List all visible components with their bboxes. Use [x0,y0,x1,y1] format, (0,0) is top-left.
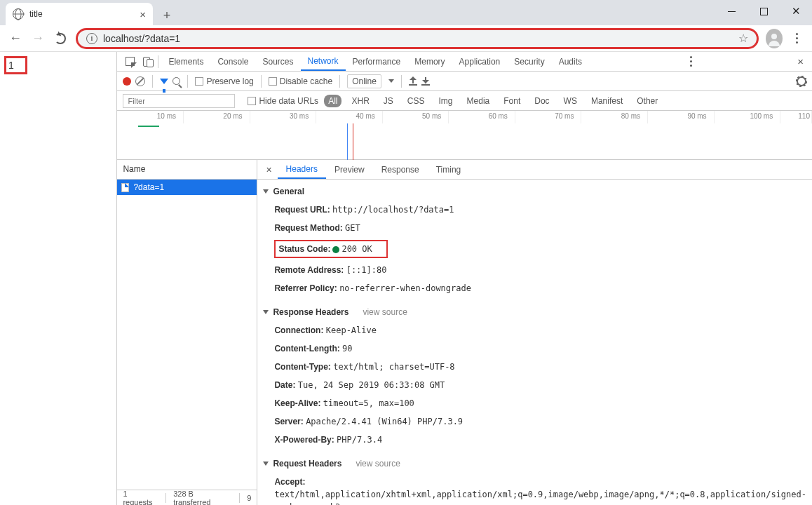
tab-application[interactable]: Application [452,52,508,71]
tab-sources[interactable]: Sources [255,52,300,71]
filter-type-xhr[interactable]: XHR [347,95,373,107]
page-output: 1 [4,56,27,74]
headers-body[interactable]: General Request URL: http://localhost/?d… [257,180,812,505]
device-toolbar-button[interactable] [138,57,155,67]
timeline-tick: 20 ms [184,111,250,123]
new-tab-button[interactable]: + [157,6,177,25]
value-connection: Keep-Alive [326,325,377,335]
value-status-code: 200 OK [341,244,372,254]
tab-elements[interactable]: Elements [161,52,210,71]
throttling-select[interactable]: Online [347,74,381,88]
devtools-tabs: Elements Console Sources Network Perform… [117,52,812,72]
section-general[interactable]: General [257,182,812,201]
details-close-button[interactable]: × [260,164,277,175]
reload-button[interactable] [49,27,72,50]
browser-tab[interactable]: title × [6,3,153,25]
section-response-headers[interactable]: Response Headersview source [257,303,812,321]
timeline-domcontentloaded [347,123,348,160]
filter-type-doc[interactable]: Doc [530,95,553,107]
throttling-caret-icon[interactable] [388,79,394,83]
value-server: Apache/2.4.41 (Win64) PHP/7.3.9 [306,417,463,426]
value-request-method: GET [345,223,360,233]
request-row[interactable]: ?data=1 [117,180,257,195]
status-transferred: 328 B transferred [173,490,232,506]
preserve-log-checkbox[interactable]: Preserve log [195,76,253,86]
value-content-length: 90 [342,344,352,354]
tab-memory[interactable]: Memory [407,52,452,71]
filter-type-js[interactable]: JS [379,95,398,107]
site-info-icon[interactable]: i [86,33,97,44]
filter-type-manifest[interactable]: Manifest [587,95,627,107]
avatar-icon [766,29,783,48]
tab-response[interactable]: Response [373,160,428,179]
request-list: Name ?data=1 1 requests 328 B transferre… [117,160,257,505]
filter-type-img[interactable]: Img [435,95,457,107]
window-maximize-button[interactable] [747,0,780,22]
timeline-tick: 30 ms [250,111,317,123]
record-button[interactable] [123,77,131,86]
clear-button[interactable] [135,76,145,86]
hide-data-urls-checkbox[interactable]: Hide data URLs [248,96,318,106]
tab-timing[interactable]: Timing [428,160,470,179]
filter-type-media[interactable]: Media [463,95,494,107]
triangle-down-icon [263,310,269,314]
filter-type-font[interactable]: Font [499,95,525,107]
filter-input[interactable] [123,94,235,108]
tab-preview[interactable]: Preview [326,160,373,179]
status-dot-icon [332,246,339,253]
filter-type-other[interactable]: Other [632,95,662,107]
filter-type-ws[interactable]: WS [560,95,581,107]
document-icon [121,183,129,192]
search-button[interactable] [172,77,180,85]
label-status-code: Status Code: [278,244,330,254]
chrome-menu-button[interactable] [785,27,808,50]
inspect-element-button[interactable] [121,57,138,66]
view-source-link[interactable]: view source [363,307,407,317]
timeline-tick: 70 ms [515,111,582,123]
status-code-highlight: Status Code:200 OK [274,240,388,258]
label-referrer-policy: Referrer Policy: [274,283,337,293]
column-header-name[interactable]: Name [117,160,257,180]
page-content: 1 [0,52,116,505]
value-keep-alive: timeout=5, max=100 [323,398,414,408]
tab-security[interactable]: Security [507,52,551,71]
request-name: ?data=1 [133,182,164,192]
timeline-tick: 100 ms [715,111,781,123]
devtools-panel: Elements Console Sources Network Perform… [116,52,812,505]
network-statusbar: 1 requests 328 B transferred 9 [117,490,257,505]
download-har-button[interactable] [421,77,430,86]
label-date: Date: [274,380,295,390]
bookmark-star-icon[interactable]: ☆ [738,32,748,45]
network-timeline[interactable]: 10 ms 20 ms 30 ms 40 ms 50 ms 60 ms 70 m… [117,111,812,160]
view-source-link[interactable]: view source [356,459,400,469]
profile-button[interactable] [763,27,785,50]
tab-network[interactable]: Network [301,52,346,71]
devtools-menu-button[interactable] [683,56,700,67]
back-button[interactable]: ← [4,27,27,50]
timeline-bar [138,126,159,127]
network-toolbar: Preserve log Disable cache Online [117,72,812,91]
close-tab-icon[interactable]: × [140,8,146,20]
filter-toggle-button[interactable] [160,79,168,84]
tab-console[interactable]: Console [210,52,255,71]
kebab-icon [796,33,798,43]
window-minimize-button[interactable] [715,0,747,22]
tab-audits[interactable]: Audits [552,52,589,71]
address-bar[interactable]: i localhost/?data=1 ☆ [76,28,759,49]
devtools-close-button[interactable]: × [793,55,808,67]
label-connection: Connection: [274,325,323,335]
forward-button[interactable]: → [27,27,49,50]
upload-har-button[interactable] [409,77,417,86]
label-keep-alive: Keep-Alive: [274,398,320,408]
network-settings-button[interactable] [797,76,806,86]
triangle-down-icon [263,462,269,466]
value-request-url: http://localhost/?data=1 [332,205,454,215]
section-request-headers[interactable]: Request Headersview source [257,454,812,473]
label-content-length: Content-Length: [274,344,339,354]
tab-headers[interactable]: Headers [278,160,326,179]
filter-type-css[interactable]: CSS [403,95,429,107]
filter-type-all[interactable]: All [324,95,341,107]
window-close-button[interactable]: ✕ [780,0,812,22]
tab-performance[interactable]: Performance [346,52,408,71]
disable-cache-checkbox[interactable]: Disable cache [269,76,332,86]
